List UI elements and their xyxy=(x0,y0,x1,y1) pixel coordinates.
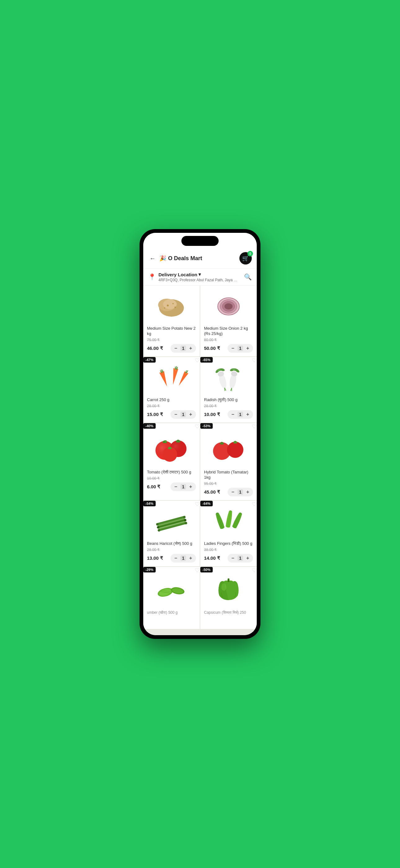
qty-decrease-hybrid-tomato[interactable]: − xyxy=(229,489,236,495)
svg-point-6 xyxy=(164,307,165,309)
product-original-price-hybrid-tomato: 95.00 ₹ xyxy=(204,482,253,486)
qty-value-hybrid-tomato: 1 xyxy=(237,489,243,495)
product-image-tomato xyxy=(147,427,196,467)
product-card-carrot: -47% ♡ xyxy=(143,357,200,423)
qty-increase-radish[interactable]: + xyxy=(244,411,251,418)
qty-decrease-radish[interactable]: − xyxy=(229,411,236,418)
cart-icon: 🛒 xyxy=(242,255,249,262)
qty-value-onion: 1 xyxy=(237,345,243,351)
price-row-carrot: 15.00 ₹ − 1 + xyxy=(147,410,196,419)
phone-screen: ← 🎉 O Deals Mart 🛒 0 📍 Delivery Location… xyxy=(143,233,257,635)
qty-increase-beans[interactable]: + xyxy=(187,555,194,562)
product-price-radish: 10.00 ₹ xyxy=(204,412,220,417)
product-card-beans: -54% ♡ xyxy=(143,501,200,566)
product-image-cucumber xyxy=(147,570,196,608)
wishlist-hybrid-tomato[interactable]: ♡ xyxy=(252,423,257,430)
qty-control-beans: − 1 + xyxy=(171,554,196,562)
discount-badge-hybrid-tomato: -53% xyxy=(200,423,213,429)
location-bar: 📍 Delivery Location ▾ 4RF3+Q3Q, Professo… xyxy=(143,269,257,286)
qty-increase-carrot[interactable]: + xyxy=(187,411,194,418)
product-image-potato xyxy=(147,289,196,323)
qty-increase-tomato[interactable]: + xyxy=(187,483,194,490)
cart-badge: 0 xyxy=(247,251,253,256)
qty-value-carrot: 1 xyxy=(180,412,186,417)
wishlist-cucumber[interactable]: ♡ xyxy=(195,567,200,574)
header-left: ← 🎉 O Deals Mart xyxy=(148,254,202,263)
discount-badge-okra: -64% xyxy=(200,501,213,506)
qty-decrease-tomato[interactable]: − xyxy=(172,483,179,490)
qty-control-onion: − 1 + xyxy=(228,344,253,353)
qty-increase-hybrid-tomato[interactable]: + xyxy=(244,489,251,495)
qty-decrease-okra[interactable]: − xyxy=(229,555,236,562)
qty-value-radish: 1 xyxy=(237,412,243,417)
product-name-radish: Radish (मूली) 500 g xyxy=(204,397,253,403)
product-name-onion: Medium Size Onion 2 kg (Rs 25/kg) xyxy=(204,326,253,337)
qty-increase-onion[interactable]: + xyxy=(244,345,251,352)
cart-button[interactable]: 🛒 0 xyxy=(239,252,252,265)
wishlist-okra[interactable]: ♡ xyxy=(252,501,257,507)
product-original-price-carrot: 28.00 ₹ xyxy=(147,404,196,408)
price-row-potato: 46.00 ₹ − 1 + xyxy=(147,344,196,353)
beans-svg xyxy=(153,507,190,535)
radish-svg xyxy=(210,364,247,392)
header: ← 🎉 O Deals Mart 🛒 0 xyxy=(143,248,257,269)
product-name-cucumber: umber (खीरा) 500 g xyxy=(147,610,196,615)
qty-control-hybrid-tomato: − 1 + xyxy=(228,488,253,496)
product-name-okra: Ladies Fingers (भिंडी) 500 g xyxy=(204,541,253,547)
qty-control-okra: − 1 + xyxy=(228,554,253,562)
product-card-potato: Medium Size Potato New 2 kg 75.00 ₹ 46.0… xyxy=(143,286,200,356)
product-price-carrot: 15.00 ₹ xyxy=(147,412,163,417)
wishlist-beans[interactable]: ♡ xyxy=(195,501,200,507)
product-card-tomato: -40% ♡ xyxy=(143,423,200,500)
wishlist-capsicum[interactable]: ♡ xyxy=(252,567,257,574)
product-image-hybrid-tomato xyxy=(204,427,253,467)
product-price-tomato: 6.00 ₹ xyxy=(147,484,160,490)
product-price-potato: 46.00 ₹ xyxy=(147,345,163,351)
qty-decrease-carrot[interactable]: − xyxy=(172,411,179,418)
product-original-price-potato: 75.00 ₹ xyxy=(147,338,196,342)
product-name-beans: Beans Haricot (सेम) 500 g xyxy=(147,541,196,547)
svg-marker-14 xyxy=(159,371,169,387)
product-image-beans xyxy=(147,504,196,538)
product-name-hybrid-tomato: Hybrid Tomato (Tamatar) 1kg xyxy=(204,470,253,480)
capsicum-svg xyxy=(210,575,247,603)
qty-control-potato: − 1 + xyxy=(171,344,196,353)
product-name-potato: Medium Size Potato New 2 kg xyxy=(147,326,196,337)
qty-decrease-potato[interactable]: − xyxy=(172,345,179,352)
potato-svg xyxy=(153,292,190,320)
svg-point-3 xyxy=(167,305,169,306)
back-button[interactable]: ← xyxy=(148,254,157,263)
qty-value-okra: 1 xyxy=(237,555,243,561)
qty-control-carrot: − 1 + xyxy=(171,410,196,419)
svg-point-71 xyxy=(222,583,226,591)
product-name-carrot: Carrot 250 g xyxy=(147,397,196,403)
wishlist-radish[interactable]: ♡ xyxy=(252,357,257,364)
search-icon[interactable]: 🔍 xyxy=(244,273,252,281)
svg-point-46 xyxy=(163,447,177,462)
price-row-beans: 13.00 ₹ − 1 + xyxy=(147,554,196,562)
tomato-svg xyxy=(150,430,193,464)
qty-value-beans: 1 xyxy=(180,555,186,561)
qty-control-radish: − 1 + xyxy=(228,410,253,419)
product-card-onion: Medium Size Onion 2 kg (Rs 25/kg) 80.00 … xyxy=(200,286,257,356)
discount-badge-radish: -65% xyxy=(200,357,213,363)
chevron-down-icon: ▾ xyxy=(198,272,201,277)
wishlist-carrot[interactable]: ♡ xyxy=(195,357,200,364)
product-image-carrot xyxy=(147,361,196,395)
dynamic-island xyxy=(181,236,219,246)
product-card-cucumber: -29% ♡ umber (खीरा) 500 g xyxy=(143,567,200,629)
svg-rect-70 xyxy=(228,578,229,582)
status-bar xyxy=(143,233,257,248)
okra-svg xyxy=(210,507,247,535)
discount-badge-beans: -54% xyxy=(143,501,156,506)
qty-decrease-beans[interactable]: − xyxy=(172,555,179,562)
discount-badge-capsicum: -50% xyxy=(200,567,213,572)
product-original-price-okra: 38.00 ₹ xyxy=(204,548,253,552)
qty-increase-potato[interactable]: + xyxy=(187,345,194,352)
qty-increase-okra[interactable]: + xyxy=(244,555,251,562)
qty-decrease-onion[interactable]: − xyxy=(229,345,236,352)
wishlist-tomato[interactable]: ♡ xyxy=(195,423,200,430)
location-title[interactable]: Delivery Location ▾ xyxy=(159,272,239,277)
product-image-radish xyxy=(204,361,253,395)
cucumber-svg xyxy=(153,575,190,603)
